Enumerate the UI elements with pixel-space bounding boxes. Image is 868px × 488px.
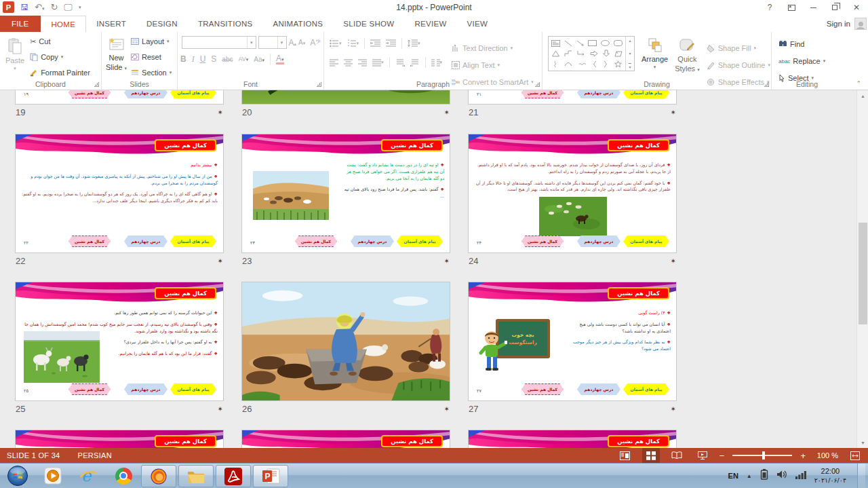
- clipboard-dialog-launcher[interactable]: [94, 82, 99, 87]
- italic-button[interactable]: I: [192, 54, 195, 64]
- nav-chip-pink[interactable]: کمال هم نشین: [68, 383, 111, 395]
- justify-icon[interactable]: ▾: [372, 59, 384, 67]
- shape-fill-button[interactable]: Shape Fill▾: [707, 41, 770, 56]
- sign-in-link[interactable]: Sign in: [827, 20, 850, 28]
- numbering-icon[interactable]: ▾: [347, 39, 359, 48]
- nav-chip-blue[interactable]: درس چهاردهم: [124, 236, 167, 247]
- nav-chip-yellow[interactable]: پیام های آسمان: [170, 383, 216, 395]
- slide-sorter-canvas[interactable]: کمال هم نشیندرس چهاردهمپیام های آسمان۱۹1…: [0, 90, 868, 448]
- copy-button[interactable]: Copy▾: [30, 50, 90, 64]
- account-avatar-icon[interactable]: [854, 18, 867, 30]
- nav-chip-yellow[interactable]: پیام های آسمان: [623, 90, 669, 98]
- align-left-icon[interactable]: [330, 59, 338, 67]
- minimize-button[interactable]: [804, 1, 822, 14]
- slide-thumbnail-27[interactable]: کمال هم نشین بچه خوب راستگوست ❖۳) راست گ…: [468, 282, 677, 401]
- strikethrough-button[interactable]: abc: [222, 56, 233, 63]
- change-case-button[interactable]: Aa▾: [254, 56, 264, 63]
- drawing-dialog-launcher[interactable]: [764, 82, 769, 87]
- nav-chip-pink[interactable]: کمال هم نشین: [521, 236, 564, 247]
- nav-chip-blue[interactable]: درس چهاردهم: [351, 236, 394, 247]
- nav-chip-pink[interactable]: کمال هم نشین: [295, 236, 337, 247]
- decrease-font-size-button[interactable]: A▾: [298, 39, 305, 46]
- show-hidden-icons-button[interactable]: ▲: [747, 473, 752, 479]
- line-spacing-icon[interactable]: ▾: [408, 39, 420, 48]
- slide-counter[interactable]: SLIDE 1 OF 34: [7, 451, 60, 459]
- nav-chip-blue[interactable]: درس چهاردهم: [124, 383, 167, 395]
- show-desktop-button[interactable]: [857, 464, 865, 488]
- columns-icon[interactable]: ▾: [431, 59, 443, 67]
- ribbon-display-options-button[interactable]: [783, 1, 800, 14]
- shape-outline-button[interactable]: Shape Outline▾: [707, 58, 770, 73]
- font-size-combobox[interactable]: ▾: [258, 36, 287, 49]
- internet-explorer-icon[interactable]: e: [71, 464, 106, 488]
- nav-chip-pink[interactable]: کمال هم نشین: [68, 236, 111, 247]
- arrange-button[interactable]: Arrange▾: [642, 36, 668, 70]
- quick-styles-button[interactable]: Quick Styles ▾: [675, 36, 700, 73]
- zoom-out-button[interactable]: −: [719, 451, 725, 461]
- increase-font-size-button[interactable]: A▴: [289, 38, 297, 48]
- slide-thumbnail[interactable]: کمال هم نشین: [15, 430, 224, 448]
- text-direction-button[interactable]: Text Direction▾: [452, 41, 534, 56]
- slide-show-button[interactable]: [694, 448, 711, 463]
- paragraph-dialog-launcher[interactable]: [535, 82, 540, 87]
- fit-slide-to-window-button[interactable]: [846, 448, 864, 463]
- restore-button[interactable]: [826, 1, 844, 14]
- help-button[interactable]: ?: [761, 1, 778, 14]
- tab-view[interactable]: VIEW: [457, 16, 498, 32]
- slide-thumbnail-19[interactable]: کمال هم نشیندرس چهاردهمپیام های آسمان۱۹: [15, 90, 224, 105]
- font-dialog-launcher[interactable]: [317, 82, 321, 87]
- nav-chip-pink[interactable]: کمال هم نشین: [68, 90, 111, 98]
- font-color-button[interactable]: A▾: [276, 54, 284, 64]
- normal-view-button[interactable]: [616, 448, 634, 463]
- nav-chip-blue[interactable]: درس چهاردهم: [577, 383, 620, 395]
- format-painter-button[interactable]: Format Painter: [30, 65, 90, 80]
- find-button[interactable]: Find: [778, 37, 842, 52]
- decrease-indent-icon[interactable]: [370, 39, 380, 48]
- layout-button[interactable]: Layout▾: [131, 34, 172, 49]
- powerpoint-button[interactable]: P: [253, 465, 288, 487]
- underline-button[interactable]: U: [200, 54, 206, 64]
- slide-thumbnail-20[interactable]: [241, 90, 450, 105]
- tab-transitions[interactable]: TRANSITIONS: [188, 16, 263, 32]
- nav-chip-pink[interactable]: کمال هم نشین: [521, 383, 564, 395]
- slide-sorter-view-button[interactable]: [642, 448, 660, 463]
- align-right-icon[interactable]: [358, 59, 367, 67]
- chrome-icon[interactable]: [106, 464, 141, 488]
- collapse-ribbon-chevron[interactable]: ⌃: [856, 80, 861, 87]
- tab-slide-show[interactable]: SLIDE SHOW: [333, 16, 404, 32]
- volume-icon[interactable]: [776, 470, 787, 482]
- align-text-button[interactable]: Align Text▾: [452, 58, 534, 73]
- zoom-slider[interactable]: [732, 455, 792, 456]
- slide-thumbnail-26[interactable]: [241, 282, 450, 401]
- slide-thumbnail-21[interactable]: کمال هم نشیندرس چهاردهمپیام های آسمان۲۱: [468, 90, 677, 105]
- tab-animations[interactable]: ANIMATIONS: [263, 16, 334, 32]
- tab-review[interactable]: REVIEW: [404, 16, 456, 32]
- nav-chip-yellow[interactable]: پیام های آسمان: [170, 90, 216, 98]
- battery-icon[interactable]: [760, 469, 768, 483]
- network-icon[interactable]: [795, 470, 806, 482]
- scroll-down-arrow-icon[interactable]: ▼: [857, 437, 868, 448]
- ltr-direction-icon[interactable]: [395, 59, 405, 67]
- zoom-level[interactable]: 100 %: [814, 451, 838, 459]
- tab-insert[interactable]: INSERT: [86, 16, 136, 32]
- firefox-button[interactable]: [141, 465, 176, 487]
- nav-chip-yellow[interactable]: پیام های آسمان: [170, 236, 216, 247]
- increase-indent-icon[interactable]: [386, 39, 396, 48]
- tab-home[interactable]: HOME: [41, 16, 87, 32]
- new-slide-button[interactable]: New Slide ▾: [106, 34, 127, 80]
- nav-chip-blue[interactable]: درس چهاردهم: [577, 90, 620, 98]
- language-switcher[interactable]: EN: [728, 472, 738, 480]
- scroll-up-arrow-icon[interactable]: ▲: [857, 90, 868, 101]
- align-center-icon[interactable]: [344, 59, 353, 67]
- zoom-slider-thumb[interactable]: [762, 451, 765, 459]
- clear-formatting-button[interactable]: A𝄢: [310, 38, 321, 48]
- tray-clock[interactable]: 22:00 ۲۰۲۱/۰۶/۰۴: [814, 467, 849, 485]
- text-shadow-button[interactable]: S: [211, 54, 216, 64]
- shapes-gallery[interactable]: ▴▾▾: [548, 36, 635, 71]
- slide-thumbnail-22[interactable]: کمال هم نشین❖بیشتر بدانیم❖من از سال ها پ…: [15, 134, 224, 253]
- tab-design[interactable]: DESIGN: [136, 16, 188, 32]
- tab-file[interactable]: FILE: [0, 16, 41, 32]
- nav-chip-yellow[interactable]: پیام های آسمان: [623, 236, 669, 247]
- reading-view-button[interactable]: [668, 448, 686, 463]
- acrobat-button[interactable]: [216, 465, 251, 487]
